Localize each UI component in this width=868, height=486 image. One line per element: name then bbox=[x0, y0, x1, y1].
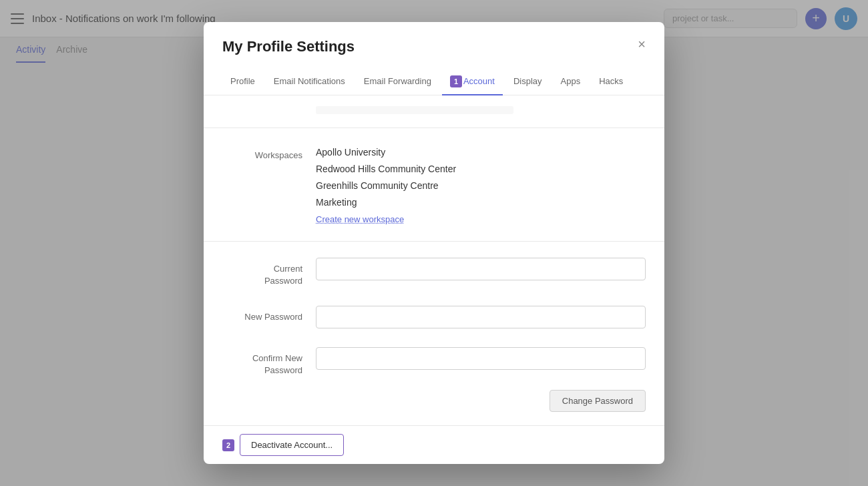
tab-account[interactable]: 1Account bbox=[442, 69, 503, 95]
account-tab-badge: 1 bbox=[450, 75, 462, 87]
tab-profile[interactable]: Profile bbox=[222, 69, 263, 94]
new-password-label: New Password bbox=[222, 306, 316, 323]
tab-apps[interactable]: Apps bbox=[553, 69, 589, 94]
new-password-row: New Password bbox=[204, 292, 664, 334]
workspace-item: Marketing bbox=[316, 194, 646, 211]
workspaces-row: Workspaces Apollo University Redwood Hil… bbox=[204, 131, 664, 238]
partial-top-row bbox=[204, 95, 664, 125]
workspace-list: Apollo University Redwood Hills Communit… bbox=[316, 144, 646, 212]
close-button[interactable]: × bbox=[632, 35, 651, 54]
workspaces-content: Apollo University Redwood Hills Communit… bbox=[316, 144, 646, 225]
modal-overlay: My Profile Settings × Profile Email Noti… bbox=[0, 0, 868, 486]
tab-display[interactable]: Display bbox=[505, 69, 550, 94]
workspaces-label: Workspaces bbox=[222, 144, 316, 162]
new-password-input[interactable] bbox=[316, 306, 646, 328]
tab-email-notifications[interactable]: Email Notifications bbox=[266, 69, 353, 94]
modal-footer: 2 Deactivate Account... bbox=[204, 425, 664, 464]
current-password-row: CurrentPassword bbox=[204, 244, 664, 292]
modal-tabs: Profile Email Notifications Email Forwar… bbox=[204, 69, 664, 95]
current-password-label: CurrentPassword bbox=[222, 258, 316, 287]
confirm-password-label: Confirm NewPassword bbox=[222, 347, 316, 377]
deactivate-account-button[interactable]: Deactivate Account... bbox=[240, 434, 344, 456]
tab-email-forwarding[interactable]: Email Forwarding bbox=[356, 69, 439, 94]
divider-mid bbox=[204, 241, 664, 242]
workspace-item: Greenhills Community Centre bbox=[316, 178, 646, 194]
create-workspace-link[interactable]: Create new workspace bbox=[316, 214, 404, 224]
workspace-item: Apollo University bbox=[316, 144, 646, 161]
change-password-button[interactable]: Change Password bbox=[550, 390, 646, 412]
confirm-password-input[interactable] bbox=[316, 347, 646, 370]
modal: My Profile Settings × Profile Email Noti… bbox=[204, 22, 664, 465]
divider-top bbox=[204, 128, 664, 128]
workspace-item: Redwood Hills Community Center bbox=[316, 161, 646, 178]
modal-body: Workspaces Apollo University Redwood Hil… bbox=[204, 95, 664, 426]
change-password-row: Change Password bbox=[204, 382, 664, 425]
deactivate-badge: 2 bbox=[222, 439, 234, 451]
tab-hacks[interactable]: Hacks bbox=[591, 69, 631, 94]
confirm-password-row: Confirm NewPassword bbox=[204, 334, 664, 382]
empty-label bbox=[222, 106, 316, 111]
modal-header: My Profile Settings × bbox=[204, 22, 664, 69]
current-password-input[interactable] bbox=[316, 258, 646, 280]
modal-title: My Profile Settings bbox=[222, 38, 646, 55]
